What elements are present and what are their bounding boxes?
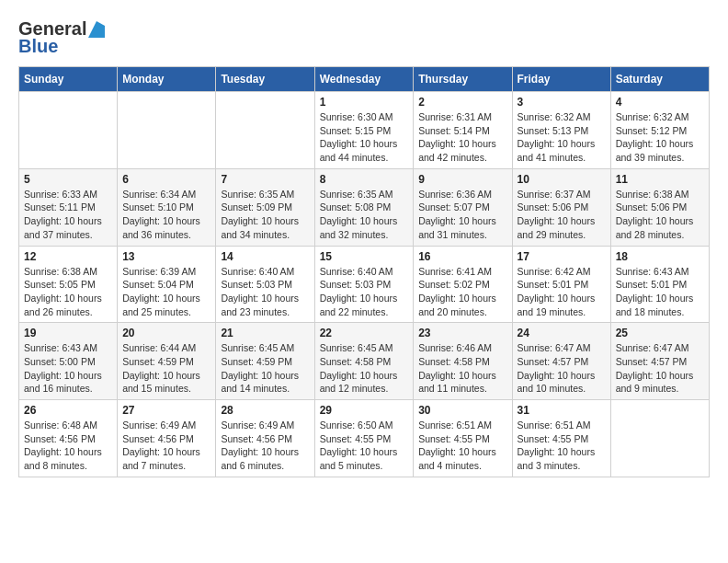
day-info-line: Sunset: 5:01 PM xyxy=(616,279,688,290)
calendar-cell: 20Sunrise: 6:44 AMSunset: 4:59 PMDayligh… xyxy=(118,323,216,400)
day-info-line: Sunrise: 6:45 AM xyxy=(221,342,294,353)
day-number: 8 xyxy=(320,173,409,186)
day-info-line: and 32 minutes. xyxy=(320,229,389,240)
day-info: Sunrise: 6:43 AMSunset: 5:00 PMDaylight:… xyxy=(24,341,112,396)
day-info-line: and 8 minutes. xyxy=(24,460,87,471)
daylight-hours-label: Daylight: 10 hours xyxy=(24,446,102,457)
day-info-line: Sunset: 4:56 PM xyxy=(122,433,194,444)
daylight-hours-label: Daylight: 10 hours xyxy=(122,215,200,226)
day-info-line: Sunrise: 6:40 AM xyxy=(320,266,393,277)
day-number: 10 xyxy=(518,173,606,186)
daylight-hours-label: Daylight: 10 hours xyxy=(616,370,694,381)
day-number: 15 xyxy=(320,250,409,263)
day-info: Sunrise: 6:40 AMSunset: 5:03 PMDaylight:… xyxy=(221,265,309,319)
day-info-line: Sunrise: 6:41 AM xyxy=(418,266,492,277)
calendar-cell: 7Sunrise: 6:35 AMSunset: 5:09 PMDaylight… xyxy=(216,168,314,246)
day-number: 13 xyxy=(122,250,210,263)
calendar-cell: 2Sunrise: 6:31 AMSunset: 5:14 PMDaylight… xyxy=(414,92,512,169)
calendar-week-row: 12Sunrise: 6:38 AMSunset: 5:05 PMDayligh… xyxy=(19,246,710,323)
calendar-cell: 15Sunrise: 6:40 AMSunset: 5:03 PMDayligh… xyxy=(314,246,414,323)
day-info-line: and 5 minutes. xyxy=(320,460,383,471)
day-info-line: Sunset: 4:57 PM xyxy=(616,356,688,367)
day-number: 2 xyxy=(418,96,506,109)
calendar-cell: 24Sunrise: 6:47 AMSunset: 4:57 PMDayligh… xyxy=(512,323,610,400)
day-info-line: and 10 minutes. xyxy=(518,383,586,394)
day-info: Sunrise: 6:49 AMSunset: 4:56 PMDaylight:… xyxy=(221,419,309,473)
day-info-line: and 31 minutes. xyxy=(418,229,487,240)
daylight-hours-label: Daylight: 10 hours xyxy=(320,446,398,457)
day-info-line: Sunrise: 6:45 AM xyxy=(320,342,393,353)
calendar-cell: 19Sunrise: 6:43 AMSunset: 5:00 PMDayligh… xyxy=(19,323,118,400)
weekday-header: Wednesday xyxy=(314,67,414,92)
day-number: 30 xyxy=(418,404,506,417)
calendar-table: SundayMondayTuesdayWednesdayThursdayFrid… xyxy=(18,66,710,477)
day-info-line: Sunrise: 6:32 AM xyxy=(616,111,689,122)
day-info: Sunrise: 6:30 AMSunset: 5:15 PMDaylight:… xyxy=(320,110,409,165)
day-info-line: Sunrise: 6:44 AM xyxy=(122,342,196,353)
calendar-cell: 1Sunrise: 6:30 AMSunset: 5:15 PMDaylight… xyxy=(314,92,414,169)
daylight-hours-label: Daylight: 10 hours xyxy=(122,293,200,304)
weekday-header: Friday xyxy=(512,67,610,92)
day-info-line: Sunset: 5:10 PM xyxy=(122,201,194,213)
day-number: 4 xyxy=(616,96,704,109)
day-info: Sunrise: 6:39 AMSunset: 5:04 PMDaylight:… xyxy=(122,265,210,319)
daylight-hours-label: Daylight: 10 hours xyxy=(320,138,398,149)
day-info-line: Sunrise: 6:32 AM xyxy=(518,111,591,122)
daylight-hours-label: Daylight: 10 hours xyxy=(122,446,200,457)
calendar-week-row: 19Sunrise: 6:43 AMSunset: 5:00 PMDayligh… xyxy=(19,323,710,400)
day-number: 24 xyxy=(518,327,606,339)
day-info-line: Sunrise: 6:34 AM xyxy=(122,189,196,200)
day-info-line: Sunset: 5:09 PM xyxy=(221,201,292,213)
day-number: 1 xyxy=(320,96,409,109)
daylight-hours-label: Daylight: 10 hours xyxy=(418,370,496,381)
daylight-hours-label: Daylight: 10 hours xyxy=(418,215,496,226)
day-info-line: Sunset: 5:13 PM xyxy=(518,125,589,136)
calendar-cell: 6Sunrise: 6:34 AMSunset: 5:10 PMDaylight… xyxy=(118,168,216,246)
day-number: 9 xyxy=(418,173,506,186)
day-number: 6 xyxy=(122,173,210,186)
day-info-line: Sunrise: 6:37 AM xyxy=(518,189,591,200)
day-info: Sunrise: 6:35 AMSunset: 5:08 PMDaylight:… xyxy=(320,188,409,242)
day-info-line: and 14 minutes. xyxy=(221,383,290,394)
daylight-hours-label: Daylight: 10 hours xyxy=(616,138,694,149)
day-info-line: and 29 minutes. xyxy=(518,229,586,240)
day-info-line: Sunset: 5:01 PM xyxy=(518,279,589,290)
calendar-cell: 26Sunrise: 6:48 AMSunset: 4:56 PMDayligh… xyxy=(19,400,118,477)
day-info-line: Sunrise: 6:39 AM xyxy=(122,266,196,277)
day-info-line: Sunrise: 6:51 AM xyxy=(518,419,591,431)
calendar-cell: 14Sunrise: 6:40 AMSunset: 5:03 PMDayligh… xyxy=(216,246,314,323)
day-info: Sunrise: 6:34 AMSunset: 5:10 PMDaylight:… xyxy=(122,188,210,242)
logo-icon xyxy=(88,21,105,38)
day-info-line: and 34 minutes. xyxy=(221,229,290,240)
day-info: Sunrise: 6:36 AMSunset: 5:07 PMDaylight:… xyxy=(418,188,506,242)
day-info: Sunrise: 6:38 AMSunset: 5:06 PMDaylight:… xyxy=(616,188,704,242)
calendar-week-row: 1Sunrise: 6:30 AMSunset: 5:15 PMDaylight… xyxy=(19,92,710,169)
day-info: Sunrise: 6:33 AMSunset: 5:11 PMDaylight:… xyxy=(24,188,112,242)
day-info-line: and 42 minutes. xyxy=(418,152,487,163)
daylight-hours-label: Daylight: 10 hours xyxy=(221,446,299,457)
day-info-line: Sunrise: 6:38 AM xyxy=(616,189,689,200)
day-info-line: Sunset: 5:02 PM xyxy=(418,279,490,290)
daylight-hours-label: Daylight: 10 hours xyxy=(320,293,398,304)
day-info-line: Sunrise: 6:35 AM xyxy=(221,189,294,200)
day-info-line: and 39 minutes. xyxy=(616,152,685,163)
day-info: Sunrise: 6:43 AMSunset: 5:01 PMDaylight:… xyxy=(616,265,704,319)
calendar-cell: 10Sunrise: 6:37 AMSunset: 5:06 PMDayligh… xyxy=(512,168,610,246)
day-info-line: Sunset: 5:03 PM xyxy=(221,279,292,290)
day-info: Sunrise: 6:47 AMSunset: 4:57 PMDaylight:… xyxy=(518,341,606,396)
day-info: Sunrise: 6:41 AMSunset: 5:02 PMDaylight:… xyxy=(418,265,506,319)
weekday-header: Thursday xyxy=(414,67,512,92)
calendar-cell: 4Sunrise: 6:32 AMSunset: 5:12 PMDaylight… xyxy=(610,92,709,169)
day-info: Sunrise: 6:50 AMSunset: 4:55 PMDaylight:… xyxy=(320,419,409,473)
daylight-hours-label: Daylight: 10 hours xyxy=(518,215,596,226)
day-info: Sunrise: 6:38 AMSunset: 5:05 PMDaylight:… xyxy=(24,265,112,319)
day-info-line: Sunset: 5:14 PM xyxy=(418,125,490,136)
day-info-line: and 18 minutes. xyxy=(616,306,685,317)
day-info-line: Sunset: 5:03 PM xyxy=(320,279,392,290)
day-info-line: Sunrise: 6:43 AM xyxy=(24,342,97,353)
weekday-header: Tuesday xyxy=(216,67,314,92)
calendar-cell xyxy=(118,92,216,169)
day-info: Sunrise: 6:32 AMSunset: 5:12 PMDaylight:… xyxy=(616,110,704,165)
calendar-cell: 25Sunrise: 6:47 AMSunset: 4:57 PMDayligh… xyxy=(610,323,709,400)
day-info: Sunrise: 6:32 AMSunset: 5:13 PMDaylight:… xyxy=(518,110,606,165)
